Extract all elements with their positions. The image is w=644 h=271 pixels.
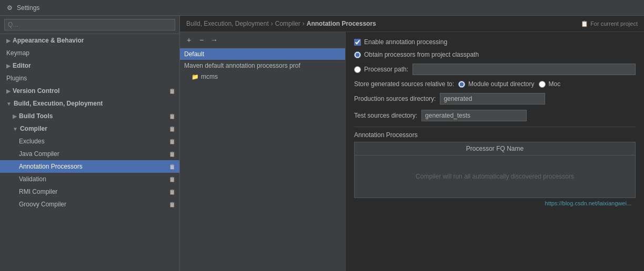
- copy-icon: 📋: [169, 113, 175, 119]
- copy-icon: 📋: [169, 164, 175, 170]
- sidebar-item-validation[interactable]: Validation 📋: [0, 173, 179, 185]
- sidebar-item-plugins[interactable]: Plugins: [0, 72, 179, 85]
- obtain-processors-radio[interactable]: [354, 51, 361, 58]
- breadcrumb-part-3: Annotation Processors: [307, 20, 376, 27]
- sidebar-item-label: Excludes: [19, 138, 45, 145]
- remove-button[interactable]: −: [196, 34, 207, 46]
- add-button[interactable]: +: [183, 34, 195, 46]
- processor-path-label: Processor path:: [364, 66, 408, 73]
- sidebar-item-appearance[interactable]: ▶ Appearance & Behavior: [0, 34, 179, 47]
- processors-table-body: Compiler will run all automatically disc…: [355, 155, 635, 197]
- sidebar: ▶ Appearance & Behavior Keymap ▶ Editor …: [0, 16, 180, 271]
- obtain-processors-row: Obtain processors from project classpath: [354, 51, 636, 58]
- copy-icon: 📋: [169, 139, 175, 144]
- processor-path-radio-label[interactable]: Processor path:: [354, 66, 408, 73]
- search-box: [0, 16, 179, 34]
- title-bar-text: Settings: [17, 4, 39, 12]
- sidebar-item-excludes[interactable]: Excludes 📋: [0, 135, 179, 148]
- arrow-icon: ▶: [6, 88, 11, 94]
- config-entry-mcms[interactable]: 📁 mcms: [180, 71, 345, 82]
- arrow-icon: ▶: [13, 113, 17, 119]
- breadcrumb-sep-1: ›: [271, 20, 273, 27]
- search-input[interactable]: [4, 19, 175, 30]
- sidebar-item-label: Annotation Processors: [19, 163, 83, 170]
- annotation-processors-section: Annotation Processors Processor FQ Name …: [354, 127, 636, 209]
- copy-icon: 📋: [169, 176, 175, 182]
- sidebar-item-label: Build, Execution, Deployment: [14, 100, 103, 107]
- module-cont-text: Moc: [549, 80, 561, 88]
- copy-icon: 📋: [169, 189, 175, 195]
- sidebar-item-label: Keymap: [6, 49, 29, 57]
- test-sources-row: Test sources directory:: [354, 110, 636, 121]
- sidebar-item-groovy-compiler[interactable]: Groovy Compiler 📋: [0, 198, 179, 211]
- arrow-right-button[interactable]: →: [208, 34, 220, 46]
- breadcrumb-sep-2: ›: [303, 20, 305, 27]
- for-project-text: For current project: [590, 20, 638, 27]
- enable-annotation-label[interactable]: Enable annotation processing: [354, 38, 447, 46]
- title-bar: ⚙ Settings: [0, 0, 644, 16]
- config-toolbar: + − →: [180, 32, 345, 48]
- arrow-down-icon: ▼: [6, 101, 12, 107]
- obtain-processors-label[interactable]: Obtain processors from project classpath: [354, 51, 479, 58]
- processors-empty-text: Compiler will run all automatically disc…: [405, 162, 585, 191]
- module-output-label[interactable]: Module output directory: [458, 80, 534, 88]
- processor-path-radio[interactable]: [354, 66, 361, 73]
- config-entry-maven[interactable]: Maven default annotation processors prof: [180, 60, 345, 71]
- breadcrumb: Build, Execution, Deployment › Compiler …: [180, 16, 644, 32]
- enable-annotation-checkbox[interactable]: [354, 39, 361, 46]
- processors-table: Processor FQ Name Compiler will run all …: [354, 142, 636, 198]
- arrow-icon: ▶: [6, 63, 11, 69]
- breadcrumb-part-2: Compiler: [275, 20, 300, 27]
- sidebar-item-version-control[interactable]: ▶ Version Control 📋: [0, 85, 179, 97]
- for-project-icon: 📋: [581, 20, 588, 27]
- config-entry-default[interactable]: Default: [180, 48, 345, 60]
- sidebar-item-label: Version Control: [13, 87, 59, 95]
- sidebar-item-rmi-compiler[interactable]: RMI Compiler 📋: [0, 185, 179, 198]
- sidebar-item-annotation-processors[interactable]: Annotation Processors 📋: [0, 160, 179, 173]
- sidebar-item-label: RMI Compiler: [19, 188, 57, 195]
- module-cont-radio[interactable]: [539, 81, 546, 88]
- arrow-icon: ▶: [6, 38, 11, 44]
- production-sources-input[interactable]: [440, 93, 545, 105]
- copy-icon: 📋: [169, 202, 175, 207]
- config-entries: Default Maven default annotation process…: [180, 48, 345, 271]
- sidebar-item-keymap[interactable]: Keymap: [0, 47, 179, 59]
- config-entry-label: Maven default annotation processors prof: [184, 62, 300, 69]
- sidebar-item-label: Validation: [19, 175, 46, 183]
- module-output-text: Module output directory: [468, 80, 534, 88]
- breadcrumb-part-1: Build, Execution, Deployment: [186, 20, 269, 27]
- processor-path-input[interactable]: [412, 64, 636, 75]
- sidebar-item-editor[interactable]: ▶ Editor: [0, 59, 179, 72]
- config-list: + − → Default Maven default annotation p…: [180, 32, 346, 271]
- store-generated-row: Store generated sources relative to: Mod…: [354, 80, 636, 88]
- sidebar-item-label: Editor: [13, 62, 31, 69]
- arrow-down-icon: ▼: [13, 126, 18, 132]
- config-entry-child-label: mcms: [201, 73, 218, 80]
- sidebar-item-build-tools[interactable]: ▶ Build Tools 📋: [0, 110, 179, 122]
- store-generated-label: Store generated sources relative to:: [354, 80, 454, 88]
- sidebar-item-label: Appearance & Behavior: [13, 37, 84, 44]
- sidebar-item-java-compiler[interactable]: Java Compiler 📋: [0, 148, 179, 160]
- test-sources-input[interactable]: [421, 110, 527, 121]
- sidebar-item-label: Java Compiler: [19, 150, 59, 158]
- settings-panel: Enable annotation processing Obtain proc…: [346, 32, 644, 271]
- processors-link[interactable]: https://blog.csdn.net/laixiangwei...: [354, 198, 636, 209]
- sidebar-item-label: Groovy Compiler: [19, 201, 66, 208]
- module-cont-label[interactable]: Moc: [539, 80, 561, 88]
- processor-path-row: Processor path:: [354, 64, 636, 75]
- split-area: + − → Default Maven default annotation p…: [180, 32, 644, 271]
- processors-table-header: Processor FQ Name: [355, 142, 635, 155]
- settings-icon: ⚙: [5, 4, 14, 12]
- sidebar-item-compiler[interactable]: ▼ Compiler 📋: [0, 122, 179, 135]
- obtain-processors-text: Obtain processors from project classpath: [364, 51, 479, 58]
- sidebar-item-label: Build Tools: [19, 112, 53, 120]
- sidebar-item-build-exec-deploy[interactable]: ▼ Build, Execution, Deployment: [0, 97, 179, 110]
- copy-icon: 📋: [169, 151, 175, 157]
- test-sources-label: Test sources directory:: [354, 112, 417, 119]
- right-panel: Build, Execution, Deployment › Compiler …: [180, 16, 644, 271]
- production-sources-label: Production sources directory:: [354, 95, 436, 102]
- annotation-processors-section-title: Annotation Processors: [354, 131, 636, 139]
- sidebar-item-label: Plugins: [6, 75, 27, 82]
- module-output-radio[interactable]: [458, 81, 465, 88]
- folder-icon: 📁: [192, 74, 199, 80]
